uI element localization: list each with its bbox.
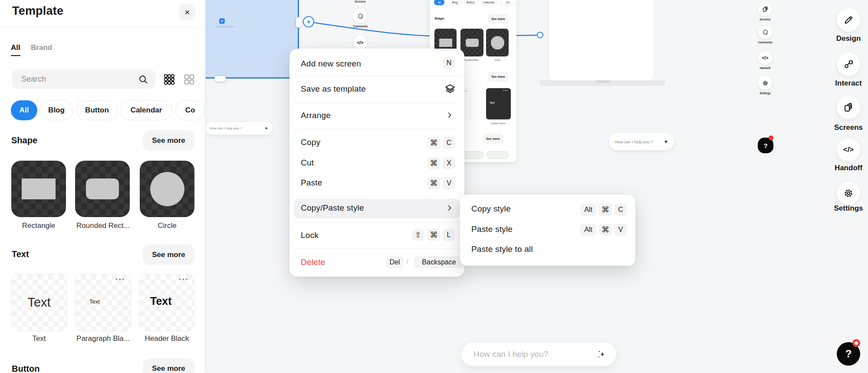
- filter-chip-co[interactable]: Co: [175, 100, 205, 120]
- submenu-item-paste-style[interactable]: Paste style: [471, 224, 513, 234]
- text-see-more-button[interactable]: See more: [143, 244, 194, 265]
- mini-screens-label: Screens: [750, 18, 780, 21]
- mini-chip-calendar: Calendar: [480, 0, 497, 5]
- screens-button[interactable]: [837, 96, 860, 119]
- text-card-label: Text: [11, 334, 67, 343]
- add-empty-screen-icon[interactable]: +: [219, 18, 225, 24]
- menu-item-copy-paste-style[interactable]: Copy/Paste style: [294, 199, 460, 218]
- assistant-input[interactable]: [473, 350, 596, 359]
- interaction-bolt-node[interactable]: [303, 16, 314, 27]
- grid-view-icon[interactable]: [164, 74, 175, 85]
- mini-chip-all: All: [434, 0, 444, 5]
- mini-handoff-button: </>: [758, 51, 772, 65]
- shortcut-key: ⌘: [427, 177, 440, 189]
- sparkles-icon[interactable]: [596, 349, 607, 360]
- canvas-selected-screen[interactable]: + Add empty screen: [206, 0, 299, 79]
- shortcut-key: L: [443, 229, 455, 241]
- shortcut-key: V: [614, 224, 627, 236]
- submenu-item-copy-style[interactable]: Copy style: [471, 204, 511, 214]
- code-icon: </>: [843, 145, 854, 154]
- filter-chip-button[interactable]: Button: [76, 100, 118, 120]
- text-card-plain[interactable]: Text: [11, 274, 67, 331]
- menu-item-lock[interactable]: Lock: [301, 231, 319, 240]
- tab-brand[interactable]: Brand: [31, 43, 52, 55]
- mini-card-label: Circle: [486, 59, 509, 61]
- tab-all[interactable]: All: [11, 43, 20, 56]
- divider: [294, 102, 460, 103]
- shape-card-rounded-rect[interactable]: [75, 161, 130, 217]
- divider: [0, 27, 205, 27]
- shape-card-label: Rectangle: [11, 221, 66, 230]
- large-grid-view-icon[interactable]: [184, 74, 195, 85]
- menu-item-add-new-screen[interactable]: Add new screen: [301, 59, 361, 69]
- shortcut-key: ⌘: [427, 229, 440, 241]
- mini-settings-label: Settings: [750, 92, 780, 95]
- handoff-button[interactable]: </>: [837, 138, 860, 162]
- laptop-mockup-screen: [548, 0, 654, 81]
- mini-assistant-placeholder: How can I help you ?: [615, 139, 664, 144]
- mini-card-label: Caption Silver: [485, 122, 512, 125]
- shape-card-label: Rounded Rect...: [72, 221, 135, 230]
- menu-item-arrange[interactable]: Arrange: [301, 111, 331, 120]
- shape-card-circle[interactable]: [140, 161, 194, 217]
- text-section-title: Text: [12, 249, 29, 259]
- connector-endpoint[interactable]: [537, 32, 543, 38]
- menu-item-cut[interactable]: Cut: [301, 158, 314, 168]
- mini-assistant-placeholder: How can I help you ?: [210, 126, 265, 130]
- settings-button[interactable]: [837, 182, 860, 205]
- notification-dot: [852, 339, 860, 347]
- gear-icon: [843, 188, 854, 198]
- shortcut-key: ⇧: [412, 229, 424, 241]
- filter-chip-calendar[interactable]: Calendar: [120, 100, 172, 120]
- mini-see-more-3: See more: [483, 134, 503, 144]
- mini-assistant-bar-b: How can I help you ? ✦: [609, 133, 674, 150]
- ellipsis-icon: •••: [115, 276, 125, 283]
- text-card-header[interactable]: ••• Text: [139, 274, 194, 331]
- close-panel-button[interactable]: [179, 4, 195, 20]
- interact-button[interactable]: [837, 53, 860, 76]
- mini-chip-blog: Blog: [449, 0, 461, 5]
- mini-caption-card: Text •••: [486, 88, 511, 119]
- button-see-more-button[interactable]: See more: [143, 358, 194, 373]
- mini-shape-card-rounded: [460, 29, 483, 56]
- filter-chip-blog[interactable]: Blog: [39, 100, 73, 120]
- mini-handoff-label: Handoff: [750, 66, 780, 69]
- menu-item-save-as-template[interactable]: Save as template: [301, 84, 366, 94]
- mini-button-pill: [486, 151, 509, 159]
- lightning-icon: [306, 19, 312, 25]
- laptop-mockup-notch: [596, 80, 611, 83]
- handoff-label: Handoff: [825, 164, 868, 172]
- design-button[interactable]: [837, 8, 860, 32]
- code-icon: </>: [762, 56, 768, 60]
- circle-shape: [150, 172, 184, 206]
- settings-label: Settings: [825, 204, 868, 213]
- menu-item-delete[interactable]: Delete: [301, 257, 325, 267]
- search-icon: [138, 74, 148, 85]
- divider: [294, 76, 460, 76]
- mini-see-more-1: See more: [488, 14, 509, 24]
- shortcut-key: ⌘: [599, 224, 612, 236]
- comment-bubble-icon: [762, 29, 769, 36]
- filter-chip-all[interactable]: All: [11, 100, 37, 120]
- screens-label: Screens: [825, 123, 868, 132]
- shortcut-key: Del: [386, 256, 403, 268]
- shape-card-label: Circle: [140, 221, 194, 230]
- text-card-paragraph[interactable]: ••• Text: [75, 274, 131, 331]
- assistant-bar: [461, 343, 616, 366]
- menu-item-copy[interactable]: Copy: [301, 138, 320, 147]
- mini-chip-button: Button: [464, 0, 478, 5]
- mini-screens-button: [758, 2, 772, 16]
- selection-handle-right[interactable]: [296, 17, 302, 28]
- shape-card-rectangle[interactable]: [11, 161, 66, 217]
- submenu-item-paste-style-to-all[interactable]: Paste style to all: [471, 244, 533, 254]
- pencil-icon: [843, 15, 854, 25]
- selection-handle-bottom[interactable]: [214, 76, 226, 82]
- shape-see-more-button[interactable]: See more: [143, 130, 194, 151]
- shortcut-separator: /: [406, 257, 408, 266]
- search-input[interactable]: [21, 75, 138, 84]
- text-card-label: Header Black: [139, 334, 194, 343]
- menu-item-paste[interactable]: Paste: [301, 178, 322, 188]
- copy-paste-style-submenu: Copy style Alt ⌘ C Paste style Alt ⌘ V P…: [460, 195, 635, 266]
- mini-assistant-bar-a: How can I help you ? ✦: [205, 122, 273, 135]
- design-label: Design: [825, 34, 868, 43]
